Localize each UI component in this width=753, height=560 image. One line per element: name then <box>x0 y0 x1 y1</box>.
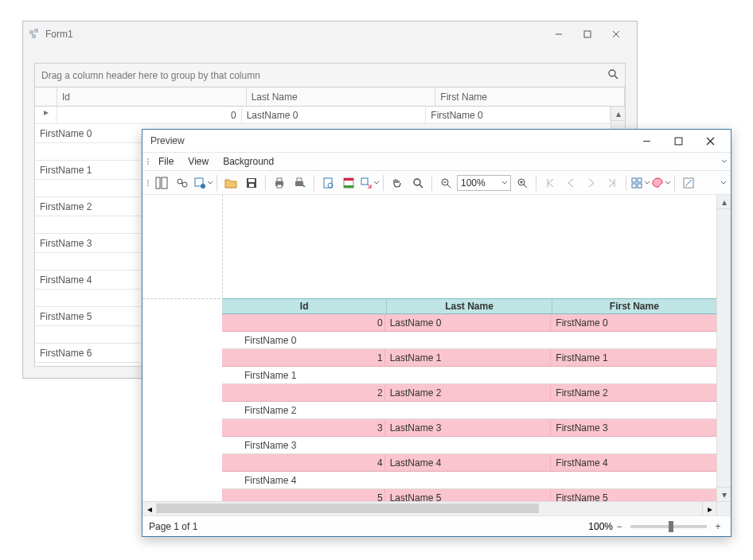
page-setup-icon[interactable] <box>318 173 337 192</box>
hand-tool-icon[interactable] <box>388 173 407 192</box>
hdr-first: First Name <box>552 299 716 313</box>
svg-rect-2 <box>32 34 36 38</box>
menu-file[interactable]: File <box>152 154 180 169</box>
zoom-readout: 100% <box>588 521 613 532</box>
cell-id[interactable]: 0 <box>57 107 242 123</box>
svg-rect-21 <box>248 179 255 182</box>
scroll-thumb[interactable] <box>157 504 539 513</box>
svg-rect-22 <box>249 184 254 187</box>
table-row: 1LastName 1FirstName 1 <box>222 349 716 367</box>
svg-rect-14 <box>162 177 167 189</box>
close-button[interactable] <box>602 25 630 44</box>
svg-rect-33 <box>361 178 368 185</box>
zoom-minus-button[interactable]: − <box>613 520 626 533</box>
minimize-button[interactable] <box>544 25 573 44</box>
form1-titlebar[interactable]: Form1 <box>23 21 637 47</box>
scale-icon[interactable] <box>360 173 379 192</box>
table-row: 2LastName 2FirstName 2 <box>222 384 716 402</box>
document-canvas[interactable]: Id Last Name First Name 0LastName 0First… <box>142 195 716 501</box>
last-page-icon[interactable] <box>603 173 622 192</box>
scroll-right-icon[interactable]: ▸ <box>702 502 716 515</box>
maximize-button[interactable] <box>662 130 694 151</box>
color-icon[interactable] <box>651 173 670 192</box>
svg-rect-1 <box>34 29 38 33</box>
col-header-id[interactable]: Id <box>57 88 247 106</box>
zoom-slider-thumb[interactable] <box>669 521 673 532</box>
svg-rect-10 <box>675 138 682 145</box>
zoom-out-icon[interactable] <box>436 173 455 192</box>
scroll-corner <box>716 501 731 515</box>
table-row[interactable]: ▸ 0 LastName 0 FirstName 0 <box>35 107 611 124</box>
magnifier-icon[interactable] <box>408 173 427 192</box>
save-icon[interactable] <box>242 173 261 192</box>
col-header-last[interactable]: Last Name <box>247 88 436 106</box>
prev-page-icon[interactable] <box>561 173 580 192</box>
toolbar-overflow-icon[interactable] <box>720 171 728 195</box>
cell-last: LastName 5 <box>385 489 552 501</box>
zoom-in-icon[interactable] <box>513 173 532 192</box>
col-header-first[interactable]: First Name <box>435 88 625 106</box>
cell-last: LastName 2 <box>385 384 552 401</box>
toolbar: 100% <box>142 171 731 195</box>
cell-first: FirstName 5 <box>551 489 716 501</box>
report-header-row: Id Last Name First Name <box>222 298 716 314</box>
header-footer-icon[interactable] <box>339 173 358 192</box>
svg-rect-24 <box>277 178 282 181</box>
next-page-icon[interactable] <box>582 173 601 192</box>
open-icon[interactable] <box>221 173 240 192</box>
zoom-combo[interactable]: 100% <box>457 175 511 191</box>
cell-first: FirstName 3 <box>551 419 716 436</box>
cell-last: LastName 1 <box>385 349 552 366</box>
menu-background[interactable]: Background <box>217 154 280 169</box>
table-row: 0LastName 0FirstName 0 <box>222 314 716 332</box>
cell-id: 3 <box>222 419 385 436</box>
parameters-icon[interactable] <box>193 173 213 192</box>
scroll-up-icon[interactable]: ▴ <box>611 107 625 121</box>
form1-title: Form1 <box>45 29 544 40</box>
preview-subrow: FirstName 1 <box>222 367 716 384</box>
quick-print-icon[interactable] <box>291 173 310 192</box>
app-icon <box>29 29 41 40</box>
cell-first[interactable]: FirstName 0 <box>426 107 611 123</box>
table-row: 3LastName 3FirstName 3 <box>222 419 716 437</box>
scroll-left-icon[interactable]: ◂ <box>142 502 157 515</box>
status-bar: Page 1 of 1 100% − + <box>142 515 731 536</box>
find-icon[interactable] <box>173 173 192 192</box>
search-icon[interactable] <box>607 68 618 82</box>
svg-line-42 <box>524 185 527 188</box>
toolbar-grip-icon[interactable] <box>146 158 150 165</box>
cell-id: 2 <box>222 384 385 401</box>
svg-rect-45 <box>632 184 636 188</box>
menu-view[interactable]: View <box>181 154 215 169</box>
zoom-slider-track[interactable] <box>630 525 707 528</box>
cell-first: FirstName 2 <box>551 384 716 401</box>
report-table: Id Last Name First Name 0LastName 0First… <box>222 298 716 501</box>
minimize-button[interactable] <box>630 130 662 151</box>
multipage-icon[interactable] <box>630 173 650 192</box>
thumbnails-icon[interactable] <box>152 173 171 192</box>
close-button[interactable] <box>694 130 726 151</box>
row-indicator-header <box>35 88 57 106</box>
preview-window: Preview File View Background 100% <box>142 129 732 537</box>
scroll-up-icon[interactable]: ▴ <box>717 195 731 209</box>
hdr-last: Last Name <box>387 299 552 313</box>
hdr-id: Id <box>222 299 387 313</box>
preview-titlebar[interactable]: Preview <box>142 130 731 152</box>
row-indicator: ▸ <box>35 107 57 123</box>
vertical-scrollbar[interactable]: ▴ ▾ <box>716 195 731 501</box>
cell-last[interactable]: LastName 0 <box>242 107 427 123</box>
horizontal-scrollbar[interactable]: ◂ ▸ <box>142 501 716 515</box>
zoom-plus-button[interactable]: + <box>712 520 724 533</box>
svg-point-7 <box>609 70 615 76</box>
cell-first: FirstName 4 <box>551 454 716 471</box>
document-area: Id Last Name First Name 0LastName 0First… <box>142 195 731 501</box>
first-page-icon[interactable] <box>540 173 560 192</box>
watermark-icon[interactable] <box>679 173 698 192</box>
menu-overflow-icon[interactable] <box>721 156 728 167</box>
group-panel[interactable]: Drag a column header here to group by th… <box>35 64 625 88</box>
maximize-button[interactable] <box>573 25 602 44</box>
print-icon[interactable] <box>270 173 289 192</box>
svg-line-8 <box>614 76 618 79</box>
toolbar-grip-icon[interactable] <box>146 180 150 186</box>
scroll-down-icon[interactable]: ▾ <box>717 487 731 501</box>
